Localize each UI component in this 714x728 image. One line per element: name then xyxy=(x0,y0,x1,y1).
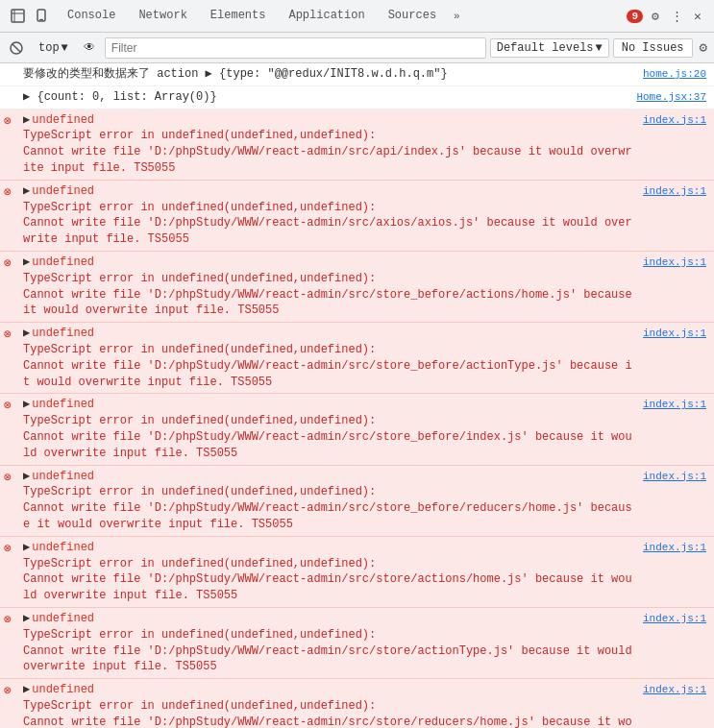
error-icon: ⊗ xyxy=(4,468,19,485)
error-title: ▶ undefined xyxy=(23,255,635,271)
error-source[interactable]: index.js:1 xyxy=(639,470,710,483)
expand-arrow[interactable]: ▶ xyxy=(23,469,30,485)
expand-arrow[interactable]: ▶ xyxy=(23,183,30,200)
error-row: ⊗▶ undefinedTypeScript error in undefine… xyxy=(0,679,714,728)
error-source[interactable]: index.js:1 xyxy=(639,255,710,269)
top-label: top xyxy=(38,41,60,55)
expand-arrow[interactable]: ▶ xyxy=(23,326,30,342)
tab-console[interactable]: Console xyxy=(56,0,127,32)
error-detail: TypeScript error in undefined(undefined,… xyxy=(23,413,635,429)
svg-rect-0 xyxy=(12,10,24,22)
error-title: ▶ undefined xyxy=(23,682,635,698)
error-title: ▶ undefined xyxy=(23,326,635,342)
error-icon: ⊗ xyxy=(4,111,19,129)
error-detail: Cannot write file 'D:/phpStudy/WWW/react… xyxy=(23,429,635,462)
error-detail: Cannot write file 'D:/phpStudy/WWW/react… xyxy=(23,287,635,320)
error-detail: Cannot write file 'D:/phpStudy/WWW/react… xyxy=(23,571,635,604)
tab-bar: Console Network Elements Application Sou… xyxy=(0,0,714,33)
error-title: ▶ undefined xyxy=(23,112,635,129)
error-body: ▶ undefinedTypeScript error in undefined… xyxy=(19,254,639,320)
settings-icon[interactable]: ⚙ xyxy=(647,8,664,25)
error-icon: ⊗ xyxy=(4,539,19,556)
tab-sources[interactable]: Sources xyxy=(377,0,448,32)
expand-arrow[interactable]: ▶ xyxy=(23,682,30,698)
log-source[interactable]: Home.jsx:37 xyxy=(632,90,710,104)
error-detail: Cannot write file 'D:/phpStudy/WWW/react… xyxy=(23,358,635,391)
no-issues-label: No Issues xyxy=(622,41,684,55)
error-source[interactable]: index.js:1 xyxy=(639,541,710,554)
expand-arrow[interactable]: ▶ xyxy=(23,397,30,413)
error-title: ▶ undefined xyxy=(23,469,635,485)
error-source[interactable]: index.js:1 xyxy=(639,612,710,625)
svg-line-6 xyxy=(12,44,20,52)
error-source[interactable]: index.js:1 xyxy=(639,184,710,198)
console-toolbar: top ▼ 👁 Default levels ▼ No Issues ⚙ xyxy=(0,33,714,63)
error-detail: Cannot write file 'D:/phpStudy/WWW/react… xyxy=(23,144,635,177)
error-detail: TypeScript error in undefined(undefined,… xyxy=(23,271,635,287)
error-icon: ⊗ xyxy=(4,182,19,200)
log-row: 要修改的类型和数据来了 action ▶ {type: "@@redux/INI… xyxy=(0,63,714,86)
error-detail: Cannot write file 'D:/phpStudy/WWW/react… xyxy=(23,215,635,248)
error-detail: TypeScript error in undefined(undefined,… xyxy=(23,200,635,216)
error-row: ⊗▶ undefinedTypeScript error in undefine… xyxy=(0,181,714,252)
inspect-icon[interactable] xyxy=(10,8,27,25)
error-icon: ⊗ xyxy=(4,396,19,413)
top-context-selector[interactable]: top ▼ xyxy=(33,38,74,58)
error-row: ⊗▶ undefinedTypeScript error in undefine… xyxy=(0,323,714,394)
error-detail: Cannot write file 'D:/phpStudy/WWW/react… xyxy=(23,715,635,728)
error-source[interactable]: index.js:1 xyxy=(639,113,710,127)
error-detail: Cannot write file 'D:/phpStudy/WWW/react… xyxy=(23,643,635,676)
clear-console-button[interactable] xyxy=(4,38,29,58)
error-row: ⊗▶ undefinedTypeScript error in undefine… xyxy=(0,394,714,465)
error-detail: Cannot write file 'D:/phpStudy/WWW/react… xyxy=(23,500,635,533)
no-issues-button[interactable]: No Issues xyxy=(613,38,693,58)
expand-arrow[interactable]: ▶ xyxy=(23,540,30,556)
dropdown-arrow: ▼ xyxy=(62,41,68,55)
tab-right-icons: 9 ⚙ ⋮ ✕ xyxy=(623,8,710,25)
log-icon xyxy=(4,88,19,90)
error-source[interactable]: index.js:1 xyxy=(639,327,710,340)
error-count-badge: 9 xyxy=(627,10,643,23)
error-title: ▶ undefined xyxy=(23,397,635,413)
error-icon: ⊗ xyxy=(4,681,19,698)
error-row: ⊗▶ undefinedTypeScript error in undefine… xyxy=(0,466,714,537)
error-title: ▶ undefined xyxy=(23,183,635,200)
levels-arrow: ▼ xyxy=(596,41,603,55)
error-source[interactable]: index.js:1 xyxy=(639,398,710,411)
tab-elements[interactable]: Elements xyxy=(199,0,278,32)
close-icon[interactable]: ✕ xyxy=(689,8,706,25)
log-row: ▶ {count: 0, list: Array(0)}Home.jsx:37 xyxy=(0,86,714,109)
expand-arrow[interactable]: ▶ xyxy=(23,112,30,129)
log-levels-button[interactable]: Default levels ▼ xyxy=(490,38,609,58)
more-options-icon[interactable]: ⋮ xyxy=(668,8,685,25)
error-detail: TypeScript error in undefined(undefined,… xyxy=(23,128,635,144)
error-body: ▶ undefinedTypeScript error in undefined… xyxy=(19,111,639,178)
log-icon xyxy=(4,65,19,67)
error-detail: TypeScript error in undefined(undefined,… xyxy=(23,342,635,358)
log-source[interactable]: home.js:20 xyxy=(639,67,710,81)
console-content: 要修改的类型和数据来了 action ▶ {type: "@@redux/INI… xyxy=(0,63,714,728)
error-row: ⊗▶ undefinedTypeScript error in undefine… xyxy=(0,608,714,679)
tab-network[interactable]: Network xyxy=(127,0,198,32)
expand-arrow[interactable]: ▶ xyxy=(23,255,30,271)
error-icon: ⊗ xyxy=(4,254,19,271)
tab-more[interactable]: » xyxy=(448,0,466,32)
levels-label: Default levels xyxy=(497,41,594,55)
error-detail: TypeScript error in undefined(undefined,… xyxy=(23,556,635,572)
console-settings-icon[interactable]: ⚙ xyxy=(697,36,710,59)
tab-list: Console Network Elements Application Sou… xyxy=(56,0,623,32)
error-detail: TypeScript error in undefined(undefined,… xyxy=(23,484,635,500)
error-detail: TypeScript error in undefined(undefined,… xyxy=(23,627,635,643)
tab-application[interactable]: Application xyxy=(277,0,376,32)
error-body: ▶ undefinedTypeScript error in undefined… xyxy=(19,539,639,605)
log-body: 要修改的类型和数据来了 action ▶ {type: "@@redux/INI… xyxy=(19,65,639,84)
devtools-icons xyxy=(4,8,56,25)
error-body: ▶ undefinedTypeScript error in undefined… xyxy=(19,182,639,249)
error-row: ⊗▶ undefinedTypeScript error in undefine… xyxy=(0,537,714,608)
error-source[interactable]: index.js:1 xyxy=(639,683,710,696)
filter-input[interactable] xyxy=(105,37,486,59)
error-row: ⊗▶ undefinedTypeScript error in undefine… xyxy=(0,109,714,181)
expand-arrow[interactable]: ▶ xyxy=(23,611,30,627)
device-icon[interactable] xyxy=(33,8,50,25)
eye-filter-button[interactable]: 👁 xyxy=(78,37,101,58)
